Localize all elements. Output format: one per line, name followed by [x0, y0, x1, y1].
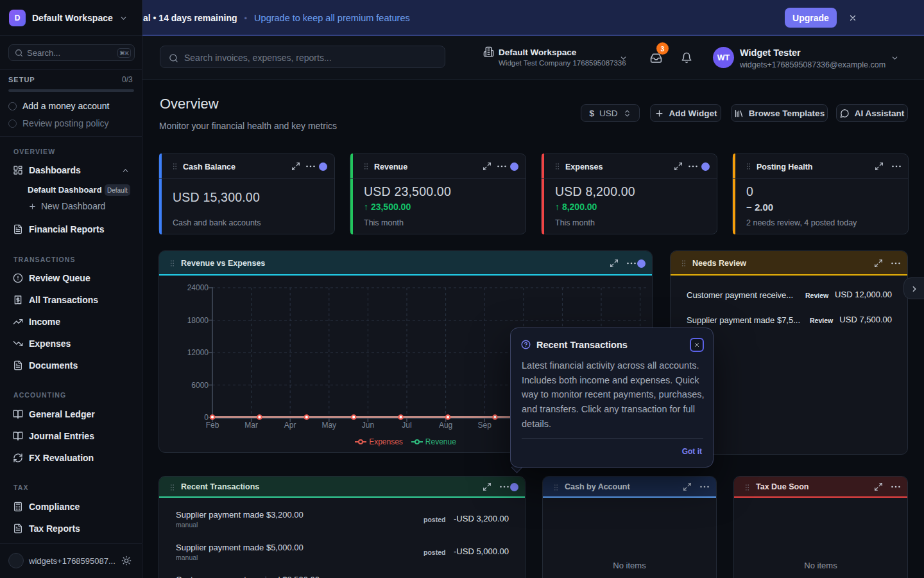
svg-text:May: May	[321, 421, 336, 430]
svg-text:Jul: Jul	[402, 421, 411, 430]
svg-text:Mar: Mar	[244, 421, 258, 430]
svg-text:Feb: Feb	[206, 421, 219, 430]
svg-text:18000: 18000	[187, 316, 209, 325]
svg-text:Sep: Sep	[478, 421, 492, 430]
svg-text:Apr: Apr	[284, 421, 296, 430]
svg-text:6000: 6000	[191, 381, 209, 390]
svg-text:Aug: Aug	[439, 421, 452, 430]
svg-text:24000: 24000	[187, 283, 209, 292]
svg-text:12000: 12000	[187, 348, 209, 357]
svg-text:Jun: Jun	[362, 421, 374, 430]
